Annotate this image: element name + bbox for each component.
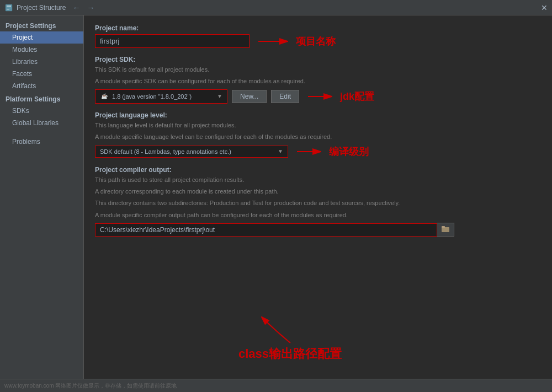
sidebar-item-sdks[interactable]: SDKs — [0, 105, 83, 117]
compiler-output-desc1: This path is used to store all project c… — [95, 176, 541, 184]
sidebar-item-global-libraries[interactable]: Global Libraries — [0, 117, 83, 129]
svg-rect-1 — [7, 6, 11, 7]
bottom-bar: www.toymoban.com 网络图片仅做显示，非存储，如需使用请前往原地 — [0, 379, 552, 392]
compiler-output-desc4: A module specific compiler output path c… — [95, 211, 541, 219]
arrow-lang — [297, 146, 325, 157]
svg-rect-8 — [442, 226, 445, 228]
title-bar: Project Structure ← → ✕ — [0, 0, 552, 15]
sidebar-item-artifacts[interactable]: Artifacts — [0, 80, 83, 92]
project-sdk-desc2: A module specific SDK can be configured … — [95, 77, 541, 85]
platform-settings-heading: Platform Settings — [0, 92, 83, 105]
compiler-output-desc2: A directory corresponding to each module… — [95, 187, 541, 196]
language-value: SDK default (8 - Lambdas, type annotatio… — [100, 148, 231, 155]
bottom-bar-text: www.toymoban.com 网络图片仅做显示，非存储，如需使用请前往原地 — [4, 382, 177, 390]
sidebar-item-project[interactable]: Project — [0, 31, 83, 44]
content-area: Project name: 项目名称 — [84, 15, 552, 379]
annotation-output-container: class输出路径配置 — [238, 313, 342, 362]
window-title: Project Structure — [17, 4, 66, 12]
java-sdk-icon: ☕ — [100, 92, 109, 101]
svg-rect-2 — [7, 8, 11, 8]
app-icon — [4, 3, 13, 12]
sdk-value: 1.8 (java version "1.8.0_202") — [112, 93, 192, 100]
new-sdk-button[interactable]: New... — [232, 90, 267, 103]
annotation-sdk: jdk配置 — [340, 90, 374, 103]
project-name-input[interactable] — [95, 34, 250, 48]
nav-buttons: ← → — [70, 2, 97, 13]
folder-icon — [442, 225, 449, 232]
project-settings-heading: Project Settings — [0, 19, 83, 31]
language-dropdown[interactable]: SDK default (8 - Lambdas, type annotatio… — [95, 146, 288, 158]
language-level-section: Project language level: This language le… — [95, 111, 541, 158]
arrow-project-name — [258, 36, 291, 47]
main-layout: Project Settings Project Modules Librari… — [0, 15, 552, 379]
compiler-output-desc3: This directory contains two subdirectori… — [95, 199, 541, 207]
sdk-dropdown-arrow: ▼ — [217, 93, 222, 99]
language-level-desc1: This language level is default for all p… — [95, 121, 541, 130]
sdk-dropdown[interactable]: ☕ 1.8 (java version "1.8.0_202") ▼ — [95, 89, 227, 104]
project-sdk-section: Project SDK: This SDK is default for all… — [95, 56, 541, 104]
sidebar: Project Settings Project Modules Librari… — [0, 15, 84, 379]
arrow-sdk — [308, 91, 336, 102]
edit-sdk-button[interactable]: Edit — [271, 90, 299, 103]
output-path-input[interactable] — [95, 223, 437, 237]
annotation-output: class输出路径配置 — [238, 347, 342, 361]
project-name-section: Project name: 项目名称 — [95, 24, 541, 48]
project-sdk-desc1: This SDK is default for all project modu… — [95, 66, 541, 74]
output-path-row — [95, 223, 541, 237]
language-level-desc2: A module specific language level can be … — [95, 133, 541, 141]
compiler-output-label: Project compiler output: — [95, 166, 541, 174]
svg-rect-3 — [7, 9, 9, 10]
project-sdk-label: Project SDK: — [95, 56, 541, 63]
browse-folder-button[interactable] — [437, 223, 454, 237]
close-button[interactable]: ✕ — [541, 3, 548, 12]
language-dropdown-arrow: ▼ — [278, 148, 283, 154]
project-name-label: Project name: — [95, 24, 541, 32]
language-level-label: Project language level: — [95, 111, 541, 119]
sidebar-item-problems[interactable]: Problems — [0, 136, 83, 148]
compiler-output-section: Project compiler output: This path is us… — [95, 166, 541, 237]
annotation-project-name: 项目名称 — [296, 35, 336, 48]
annotation-language: 编译级别 — [329, 145, 369, 158]
sidebar-item-facets[interactable]: Facets — [0, 68, 83, 80]
sidebar-item-libraries[interactable]: Libraries — [0, 56, 83, 68]
arrow-output — [257, 313, 323, 346]
sidebar-item-modules[interactable]: Modules — [0, 44, 83, 56]
forward-button[interactable]: → — [84, 2, 97, 13]
back-button[interactable]: ← — [70, 2, 82, 13]
